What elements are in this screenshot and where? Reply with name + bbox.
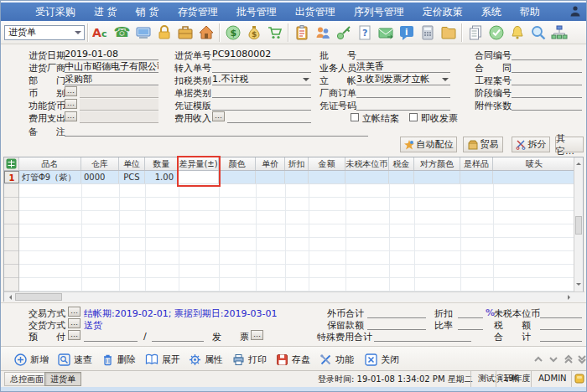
cell-untaxed[interactable] [345, 171, 389, 183]
account-rule-select[interactable]: 3.收到发票才立帐 [356, 74, 450, 85]
expand-button[interactable]: 展开 [145, 351, 180, 368]
col-header-color[interactable]: 颜色 [219, 157, 256, 170]
vertical-scroll-thumb[interactable] [575, 216, 582, 235]
font-abc-icon[interactable]: Ac [91, 23, 112, 43]
purchase-no-input[interactable]: PC91080002 [212, 49, 311, 60]
quick-search-button[interactable]: 速查 [58, 351, 92, 368]
question-doc-icon[interactable]: ? [354, 23, 375, 43]
nav-up-icon[interactable] [532, 353, 544, 365]
prepaid-picker-button[interactable]: … [68, 330, 81, 340]
col-header-untaxed[interactable]: 未税本位币 [345, 157, 389, 170]
currency-input[interactable] [80, 86, 158, 98]
cell-amount[interactable] [309, 171, 345, 183]
money-bag-icon[interactable]: $ [243, 23, 264, 43]
cell-mark[interactable] [493, 171, 575, 183]
foreign-total-input[interactable] [367, 307, 426, 318]
retain-input[interactable] [367, 318, 426, 330]
remark-input[interactable] [65, 125, 368, 137]
functions-button[interactable]: 功能 [319, 351, 354, 368]
home-icon[interactable] [195, 23, 216, 43]
split-button[interactable]: 拆分 [512, 137, 550, 152]
computer-icon[interactable] [132, 23, 153, 43]
horizontal-scroll-thumb[interactable] [15, 293, 62, 301]
doc-type-combobox[interactable]: 进货单 [4, 25, 85, 40]
menu-order-purchase[interactable]: 受订采购 [26, 5, 85, 19]
cell-sample[interactable] [460, 171, 493, 183]
expense-in-input[interactable] [227, 111, 311, 123]
invoice-picker-button[interactable]: … [251, 330, 263, 340]
expense-in-picker-button[interactable]: … [212, 111, 225, 121]
menu-sales[interactable]: 销 货 [127, 5, 169, 19]
expense-out-picker-button[interactable]: … [65, 111, 77, 121]
menu-batch[interactable]: 批号管理 [227, 5, 286, 19]
delivery-picker-button[interactable]: … [68, 318, 81, 328]
transfer-no-input[interactable] [212, 61, 311, 73]
special-total-input[interactable] [374, 330, 471, 342]
stage-no-input[interactable] [512, 86, 582, 98]
menu-system[interactable]: 系统 [472, 5, 511, 19]
print-button[interactable]: 打印 [232, 351, 267, 368]
search-icon[interactable] [527, 23, 548, 43]
orgchart-icon[interactable] [548, 23, 569, 43]
calculator-icon[interactable] [417, 23, 438, 43]
tax-category-select[interactable]: 1.不计税 [212, 74, 311, 85]
phone-icon[interactable]: ☎ [112, 23, 132, 43]
scroll-up-arrow[interactable] [576, 160, 581, 165]
supplier-order-input[interactable] [356, 86, 450, 98]
cart-icon[interactable] [264, 23, 285, 43]
col-header-price[interactable]: 单价 [256, 157, 285, 170]
salesperson-input[interactable]: 洪美香 [356, 61, 450, 73]
clipboard-icon[interactable] [291, 23, 312, 43]
lock-icon[interactable] [153, 23, 174, 43]
cell-name[interactable]: 灯管Φ9（紫） [19, 171, 81, 183]
tab-purchase-doc[interactable]: 进货单 [44, 372, 81, 386]
functional-currency-input[interactable] [80, 99, 158, 111]
nav-first-icon[interactable] [563, 353, 574, 365]
cell-discount[interactable] [285, 171, 309, 183]
cell-variance[interactable] [179, 171, 219, 183]
col-header-mark[interactable]: 唛头 [493, 157, 575, 170]
delete-button[interactable]: 删除 [101, 351, 136, 368]
trade-method-picker-button[interactable]: … [68, 307, 81, 317]
user-icon[interactable] [569, 5, 581, 18]
mail-icon[interactable] [375, 23, 396, 43]
prepaid-input-2[interactable] [152, 330, 204, 342]
col-header-qty[interactable]: 数量 [145, 157, 179, 170]
cell-unit[interactable]: PCS [119, 171, 145, 183]
auto-allocate-button[interactable]: 自动配位 [400, 137, 457, 152]
supplier-input[interactable]: 中山市昭德电子有限公司 [65, 61, 158, 73]
add-button[interactable]: 新增 [14, 351, 49, 368]
prepaid-input-1[interactable] [84, 330, 138, 342]
col-header-warehouse[interactable]: 仓库 [81, 157, 119, 170]
col-header-unit[interactable]: 单位 [119, 157, 145, 170]
untaxed-input[interactable] [540, 307, 582, 318]
select-all-cell[interactable] [4, 157, 19, 170]
scroll-down-arrow[interactable] [576, 283, 581, 288]
cell-counter-color[interactable] [414, 171, 460, 183]
bell-icon[interactable] [506, 23, 527, 43]
grid-row-1[interactable]: 1 灯管Φ9（紫） 0000 PCS 1.00 [4, 171, 583, 184]
department-input[interactable]: 采购部 [65, 74, 158, 85]
col-header-sample[interactable]: 是样品 [460, 157, 493, 170]
other-button[interactable]: 其它… [555, 137, 584, 152]
vertical-scrollbar[interactable] [574, 157, 583, 291]
menu-pricing[interactable]: 定价政策 [413, 5, 472, 19]
col-header-counter-color[interactable]: 对方颜色 [414, 157, 460, 170]
info-icon[interactable]: i [396, 23, 417, 43]
nav-down-icon[interactable] [548, 353, 559, 365]
discount-input[interactable] [458, 307, 483, 318]
menu-help[interactable]: 帮助 [511, 5, 549, 19]
row-number[interactable]: 1 [4, 171, 19, 183]
cell-color[interactable] [219, 171, 256, 183]
menu-inventory[interactable]: 存货管理 [169, 5, 227, 19]
dollar-coin-icon[interactable]: $ [222, 23, 243, 43]
purchase-date-input[interactable]: 2019-01-08 [65, 49, 158, 60]
col-header-variance[interactable]: 差异量(±) [179, 157, 219, 170]
col-header-amount[interactable]: 金额 [309, 157, 345, 170]
invoice-received-checkbox[interactable] [409, 113, 418, 121]
expense-out-input[interactable] [80, 111, 158, 123]
ratio-input[interactable] [458, 318, 483, 330]
cell-qty[interactable]: 1.00 [145, 171, 179, 183]
cell-tax[interactable] [389, 171, 414, 183]
doc-category-input[interactable] [212, 86, 311, 98]
